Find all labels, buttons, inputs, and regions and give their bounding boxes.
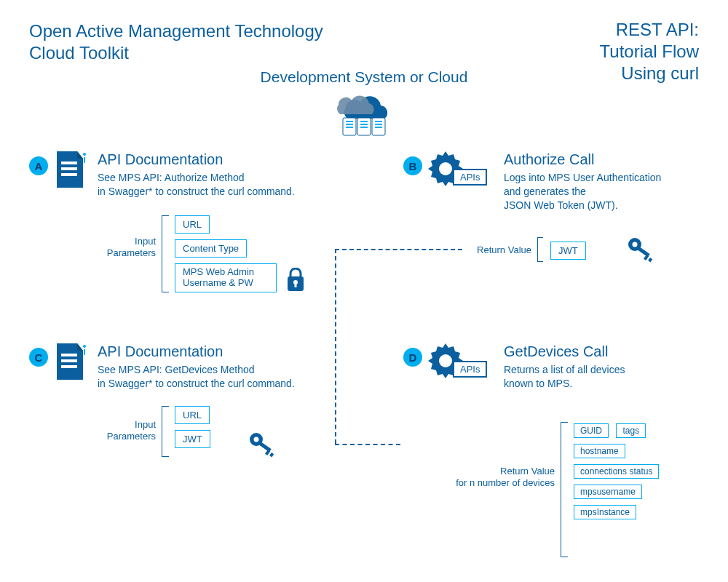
svg-rect-13 bbox=[61, 167, 77, 170]
title-right-line2: Tutorial Flow bbox=[600, 41, 699, 63]
svg-rect-27 bbox=[61, 359, 77, 362]
section-c-body2: in Swagger* to construct the curl comman… bbox=[98, 377, 338, 391]
param-content-type: Content Type bbox=[175, 239, 247, 258]
bracket-icon bbox=[561, 422, 568, 557]
svg-rect-26 bbox=[61, 354, 77, 356]
return-conn-status: connections status bbox=[574, 464, 659, 479]
svg-rect-3 bbox=[346, 121, 353, 122]
section-c-title: API Documentation bbox=[98, 343, 338, 360]
title-left-line1: Open Active Management Technology bbox=[29, 20, 323, 42]
svg-point-15 bbox=[83, 153, 86, 156]
svg-rect-35 bbox=[269, 453, 274, 457]
apis-label-d: APIs bbox=[453, 361, 487, 378]
section-c-params: URL JWT bbox=[175, 403, 210, 451]
section-d-returns: GUID tags hostname connections status mp… bbox=[574, 420, 705, 522]
svg-rect-10 bbox=[375, 124, 382, 125]
title-right-line3: Using curl bbox=[600, 63, 699, 84]
svg-point-36 bbox=[439, 354, 452, 367]
section-c-param-label: InputParameters bbox=[105, 419, 156, 442]
section-a: API Documentation See MPS API: Authorize… bbox=[98, 151, 338, 199]
return-guid: GUID bbox=[574, 423, 609, 438]
apis-label-b: APIs bbox=[453, 169, 487, 186]
cloud-servers-icon bbox=[324, 87, 404, 141]
svg-point-32 bbox=[254, 437, 259, 442]
return-mpsusername: mpsusername bbox=[574, 485, 642, 499]
dev-system-label: Development System or Cloud bbox=[261, 68, 468, 86]
svg-point-29 bbox=[83, 345, 86, 348]
title-left-line2: Cloud Toolkit bbox=[29, 42, 323, 64]
section-a-body1: See MPS API: Authorize Method bbox=[98, 171, 338, 185]
section-a-params: URL Content Type MPS Web Admin Username … bbox=[175, 212, 277, 295]
connector-line bbox=[335, 444, 400, 445]
section-a-param-label: InputParameters bbox=[105, 236, 156, 258]
svg-rect-8 bbox=[360, 127, 368, 128]
title-right-line1: REST API: bbox=[600, 19, 699, 41]
section-d-return-label: Return Valuefor n number of devices bbox=[446, 466, 555, 488]
badge-b: B bbox=[403, 156, 422, 175]
svg-rect-7 bbox=[360, 124, 368, 125]
param-url-c: URL bbox=[175, 406, 210, 424]
section-b-body3: JSON Web Token (JWT). bbox=[504, 199, 708, 212]
page-title-left: Open Active Management Technology Cloud … bbox=[29, 20, 323, 64]
svg-point-20 bbox=[439, 162, 452, 175]
svg-rect-14 bbox=[61, 173, 77, 176]
bracket-icon bbox=[162, 406, 169, 457]
svg-rect-16 bbox=[84, 157, 85, 163]
svg-rect-23 bbox=[637, 247, 650, 257]
connector-line bbox=[335, 249, 462, 250]
svg-rect-25 bbox=[648, 258, 652, 262]
section-d: GetDevices Call Returns a list of all de… bbox=[504, 343, 708, 391]
section-d-title: GetDevices Call bbox=[504, 343, 708, 360]
svg-rect-12 bbox=[61, 162, 77, 164]
badge-a: A bbox=[29, 156, 48, 175]
section-c: API Documentation See MPS API: GetDevice… bbox=[98, 343, 338, 391]
section-b-return: JWT bbox=[550, 239, 586, 263]
svg-rect-4 bbox=[346, 124, 353, 125]
svg-rect-6 bbox=[360, 121, 368, 122]
section-b-return-label: Return Value bbox=[466, 244, 531, 256]
badge-c: C bbox=[29, 348, 48, 367]
section-a-title: API Documentation bbox=[98, 151, 338, 168]
svg-rect-33 bbox=[258, 442, 272, 452]
lock-icon bbox=[285, 268, 306, 295]
return-hostname: hostname bbox=[574, 444, 625, 458]
bracket-icon bbox=[162, 215, 169, 292]
section-b-body1: Logs into MPS User Authentication bbox=[504, 171, 708, 185]
svg-rect-5 bbox=[346, 127, 353, 128]
param-credentials: MPS Web Admin Username & PW bbox=[175, 263, 277, 292]
svg-rect-30 bbox=[84, 349, 85, 355]
connector-line bbox=[335, 249, 336, 444]
document-icon bbox=[52, 342, 87, 386]
badge-d: D bbox=[403, 348, 422, 367]
section-b-title: Authorize Call bbox=[504, 151, 708, 168]
section-d-body1: Returns a list of all devices bbox=[504, 363, 708, 377]
section-a-body2: in Swagger* to construct the curl comman… bbox=[98, 185, 338, 199]
return-jwt: JWT bbox=[550, 242, 586, 260]
section-d-body2: known to MPS. bbox=[504, 377, 708, 391]
return-tags: tags bbox=[616, 423, 646, 438]
document-icon bbox=[52, 150, 87, 194]
svg-rect-28 bbox=[61, 365, 77, 368]
svg-rect-9 bbox=[375, 121, 382, 122]
svg-rect-19 bbox=[295, 283, 297, 287]
param-jwt-c: JWT bbox=[175, 430, 210, 448]
section-b-body2: and generates the bbox=[504, 185, 708, 199]
bracket-icon bbox=[537, 237, 543, 262]
page-title-right: REST API: Tutorial Flow Using curl bbox=[600, 19, 699, 84]
key-icon bbox=[626, 234, 655, 266]
param-url: URL bbox=[175, 215, 210, 234]
return-mpsinstance: mpsInstance bbox=[574, 505, 636, 519]
section-b: Authorize Call Logs into MPS User Authen… bbox=[504, 151, 708, 212]
svg-point-22 bbox=[633, 242, 638, 247]
section-c-body1: See MPS API: GetDevices Method bbox=[98, 363, 338, 377]
key-icon bbox=[248, 429, 277, 461]
svg-rect-11 bbox=[375, 127, 382, 128]
